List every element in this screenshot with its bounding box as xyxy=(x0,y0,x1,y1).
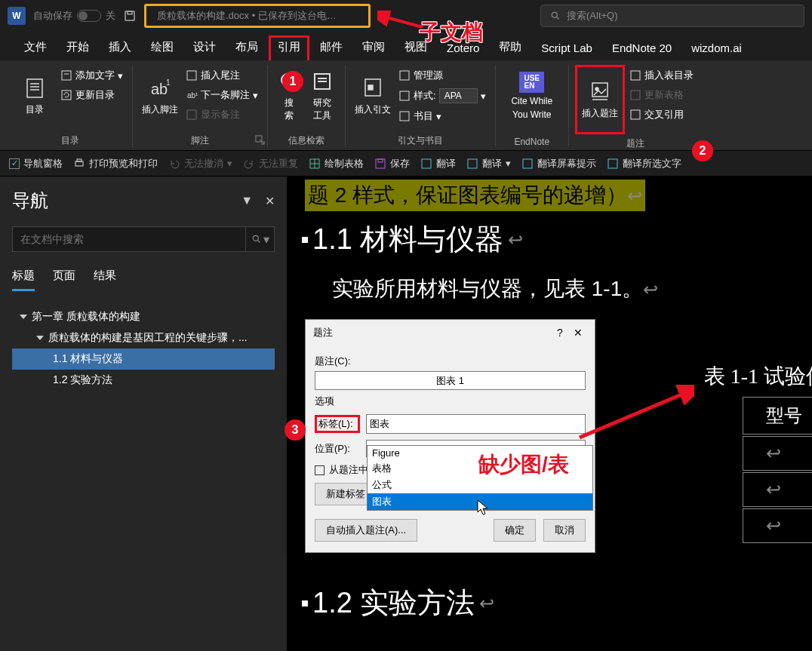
close-icon[interactable]: ✕ xyxy=(265,194,275,208)
chevron-down-icon[interactable]: ▼ xyxy=(241,194,253,208)
insert-citation-button[interactable]: 插入引文 xyxy=(352,65,394,127)
nav-search-button[interactable]: ▾ xyxy=(246,226,275,252)
tab-布局[interactable]: 布局 xyxy=(226,35,267,60)
nav-tab-1[interactable]: 页面 xyxy=(53,269,75,291)
translate-selection-button[interactable]: 翻译所选文字 xyxy=(607,157,681,170)
outline-item[interactable]: 1.2 实验方法 xyxy=(12,370,275,391)
tab-邮件[interactable]: 邮件 xyxy=(311,35,352,60)
draw-table-button[interactable]: 绘制表格 xyxy=(309,157,364,170)
nav-tab-2[interactable]: 结果 xyxy=(94,269,116,291)
translate-button-2[interactable]: 翻译 ▾ xyxy=(466,157,511,170)
cross-reference-button[interactable]: 交叉引用 xyxy=(626,106,697,124)
caption-field-label: 题注(C): xyxy=(315,355,586,368)
save-icon[interactable] xyxy=(123,9,137,23)
svg-rect-23 xyxy=(368,85,373,90)
outline-item[interactable]: 质粒载体的构建是基因工程的关键步骤，... xyxy=(12,327,275,349)
insert-footnote-button[interactable]: ab1 插入脚注 xyxy=(139,65,181,127)
dialog-titlebar[interactable]: 题注 ? ✕ xyxy=(306,320,595,345)
ribbon-tabs: 文件开始插入绘图设计布局引用邮件审阅视图Zotero帮助Script LabEn… xyxy=(0,32,812,60)
ribbon-group-toc: 目录 添加文字 ▾ 更新目录 目录 xyxy=(8,65,133,147)
group-label: EndNote xyxy=(514,134,549,147)
document-title[interactable]: 质粒载体的构建.docx • 已保存到这台电… xyxy=(144,4,371,28)
cite-while-you-write-button[interactable]: USE EN Cite While You Write xyxy=(502,65,562,127)
cursor-icon xyxy=(477,499,491,516)
tab-文件[interactable]: 文件 xyxy=(15,35,56,60)
ok-button[interactable]: 确定 xyxy=(494,519,536,542)
nav-search-input[interactable] xyxy=(12,226,246,252)
group-label: 目录 xyxy=(61,131,79,147)
cancel-button[interactable]: 取消 xyxy=(543,519,586,542)
search-input[interactable]: 搜索(Alt+Q) xyxy=(540,5,804,27)
outline-item[interactable]: 1.1 材料与仪器 xyxy=(12,349,275,370)
toggle-off-icon[interactable] xyxy=(77,10,101,22)
label-select[interactable]: 图表 xyxy=(366,414,586,434)
word-app-icon: W xyxy=(8,7,26,25)
tab-endnote 20[interactable]: EndNote 20 xyxy=(603,37,681,60)
position-field-label: 位置(P): xyxy=(315,442,360,456)
svg-line-45 xyxy=(257,241,260,243)
caption-dialog: 题注 ? ✕ 题注(C): 选项 标签(L): 图表 位置(P): 从题注中 新… xyxy=(305,319,595,553)
toc-button[interactable]: 目录 xyxy=(14,65,56,127)
tab-审阅[interactable]: 审阅 xyxy=(353,35,394,60)
svg-text:ab¹: ab¹ xyxy=(187,91,198,100)
quick-access-toolbar: 导航窗格 打印预览和打印 无法撤消 ▾ 无法重复 绘制表格 保存 翻译 翻译 ▾… xyxy=(0,151,812,177)
endnote-logo-icon: USE EN xyxy=(519,72,544,93)
update-table-button: 更新表格 xyxy=(626,86,697,104)
insert-caption-button[interactable]: 插入题注 xyxy=(579,69,621,131)
translate-button-1[interactable]: 翻译 xyxy=(420,157,456,170)
dialog-launcher-icon[interactable] xyxy=(255,135,266,146)
ribbon-group-citation: 插入引文 管理源 样式: APA ▾ 书目 ▾ 引文与书目 xyxy=(346,65,496,147)
tab-script lab[interactable]: Script Lab xyxy=(532,37,601,60)
research-tools-button[interactable]: 研究 工具 xyxy=(306,65,339,127)
tab-引用[interactable]: 引用 xyxy=(269,35,309,60)
tab-帮助[interactable]: 帮助 xyxy=(490,35,531,60)
tab-插入[interactable]: 插入 xyxy=(100,35,140,60)
title-bar: W 自动保存 关 质粒载体的构建.docx • 已保存到这台电… 搜索(Alt+… xyxy=(0,0,812,32)
close-icon[interactable]: ✕ xyxy=(569,327,587,339)
nav-tab-0[interactable]: 标题 xyxy=(12,269,35,291)
search-icon xyxy=(251,234,262,244)
undo-button: 无法撤消 ▾ xyxy=(168,157,232,170)
annotation-highlight-2: 插入题注 xyxy=(575,65,625,134)
auto-caption-button[interactable]: 自动插入题注(A)... xyxy=(315,519,417,542)
nav-pane-toggle[interactable]: 导航窗格 xyxy=(9,157,63,170)
tab-wizdom.ai[interactable]: wizdom.ai xyxy=(682,37,751,60)
svg-rect-25 xyxy=(400,91,409,100)
print-preview-button[interactable]: 打印预览和打印 xyxy=(73,157,158,170)
update-toc-button[interactable]: 更新目录 xyxy=(57,86,126,104)
manage-sources-button[interactable]: 管理源 xyxy=(395,66,489,84)
add-text-button[interactable]: 添加文字 ▾ xyxy=(57,66,126,84)
outline-tree: 第一章 质粒载体的构建质粒载体的构建是基因工程的关键步骤，...1.1 材料与仪… xyxy=(12,306,275,391)
table-fragment: 型号 ↩ ↩ ↩ xyxy=(741,395,812,545)
tab-开始[interactable]: 开始 xyxy=(57,35,98,60)
svg-rect-41 xyxy=(468,159,477,168)
exclude-checkbox[interactable] xyxy=(315,465,324,475)
group-label: 脚注 xyxy=(191,131,209,147)
svg-rect-26 xyxy=(400,112,409,121)
next-footnote-button[interactable]: ab¹下一条脚注 ▾ xyxy=(183,86,261,104)
insert-table-of-figures-button[interactable]: 插入表目录 xyxy=(626,66,697,84)
dropdown-option[interactable]: 公式 xyxy=(368,477,592,493)
svg-rect-0 xyxy=(125,11,134,20)
svg-rect-42 xyxy=(523,159,532,168)
citation-style-select[interactable]: 样式: APA ▾ xyxy=(395,86,489,106)
tab-绘图[interactable]: 绘图 xyxy=(142,35,183,60)
svg-rect-1 xyxy=(128,11,132,14)
tab-设计[interactable]: 设计 xyxy=(184,35,225,60)
ribbon-group-endnote: USE EN Cite While You Write EndNote xyxy=(496,65,569,147)
group-label: 题注 xyxy=(626,134,644,150)
translate-hint-button[interactable]: 翻译屏幕提示 xyxy=(521,157,596,170)
nav-search[interactable]: ▾ xyxy=(12,226,275,252)
help-icon[interactable]: ? xyxy=(551,327,569,339)
save-button[interactable]: 保存 xyxy=(374,157,410,170)
checkbox-checked-icon xyxy=(9,158,20,169)
svg-rect-32 xyxy=(631,110,640,119)
autosave-toggle[interactable]: 自动保存 关 xyxy=(33,9,115,23)
svg-rect-30 xyxy=(631,71,640,80)
svg-rect-40 xyxy=(422,159,431,168)
outline-item[interactable]: 第一章 质粒载体的构建 xyxy=(12,306,275,327)
annotation-missing: 缺少图/表 xyxy=(478,450,569,479)
insert-endnote-button[interactable]: 插入尾注 xyxy=(183,66,261,84)
caption-input[interactable] xyxy=(315,371,586,390)
bibliography-button[interactable]: 书目 ▾ xyxy=(395,107,489,125)
